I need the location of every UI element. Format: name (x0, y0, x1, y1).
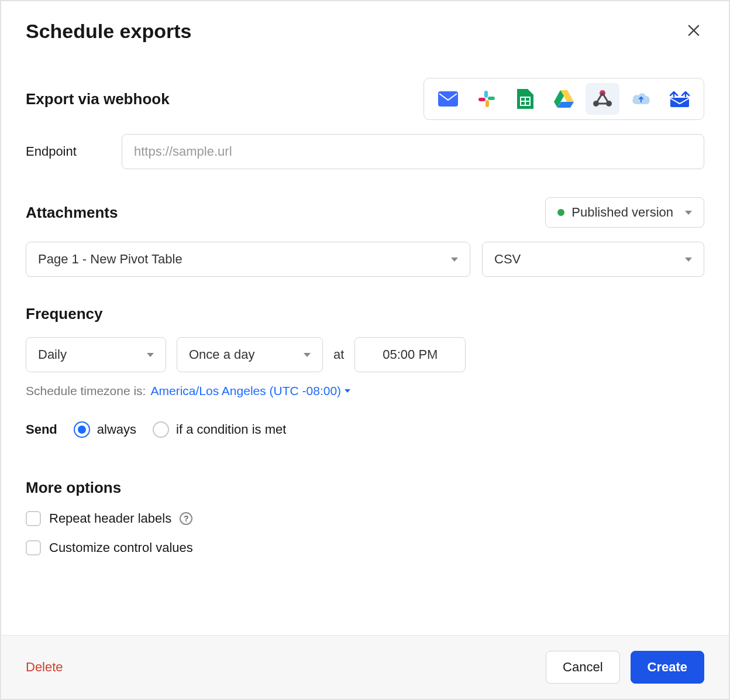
channel-cloud[interactable] (624, 83, 658, 115)
export-heading: Export via webhook (26, 90, 170, 108)
endpoint-label: Endpoint (26, 144, 108, 159)
svg-rect-11 (670, 98, 689, 107)
channel-share[interactable] (663, 83, 697, 115)
chevron-down-icon (685, 211, 692, 215)
slack-icon (477, 90, 496, 108)
frequency-interval-label: Daily (38, 347, 67, 362)
frequency-time-input[interactable] (354, 337, 466, 372)
attachment-page-label: Page 1 - New Pivot Table (38, 252, 182, 267)
send-condition-radio[interactable]: if a condition is met (153, 421, 286, 438)
send-label: Send (26, 422, 57, 437)
create-button[interactable]: Create (631, 651, 704, 684)
mail-share-icon (669, 91, 690, 107)
mail-icon (438, 91, 458, 107)
radio-icon (74, 421, 90, 438)
export-channel-picker (423, 78, 704, 120)
attachment-page-select[interactable]: Page 1 - New Pivot Table (26, 242, 470, 277)
repeat-headers-label: Repeat header labels (49, 511, 171, 526)
delete-button[interactable]: Delete (26, 660, 63, 675)
drive-icon (554, 90, 574, 108)
channel-email[interactable] (431, 83, 465, 115)
chevron-down-icon (451, 258, 458, 262)
cloud-upload-icon (631, 91, 652, 107)
chevron-down-icon (147, 353, 154, 357)
svg-rect-0 (438, 91, 458, 107)
send-condition-label: if a condition is met (176, 422, 286, 437)
frequency-at-label: at (333, 347, 344, 362)
frequency-interval-select[interactable]: Daily (26, 337, 166, 372)
status-dot-icon (557, 209, 564, 216)
channel-drive[interactable] (547, 83, 581, 115)
cancel-button[interactable]: Cancel (546, 651, 619, 684)
chevron-down-icon (304, 353, 311, 357)
version-label: Published version (571, 205, 673, 220)
customize-controls-checkbox[interactable] (26, 540, 41, 555)
frequency-repeat-label: Once a day (189, 347, 255, 362)
svg-rect-1 (484, 91, 488, 98)
frequency-repeat-select[interactable]: Once a day (177, 337, 323, 372)
timezone-label: Schedule timezone is: (26, 384, 146, 398)
webhook-icon (592, 89, 613, 109)
radio-icon (153, 421, 169, 438)
attachments-heading: Attachments (26, 204, 118, 222)
channel-webhook[interactable] (586, 83, 619, 115)
dialog-title: Schedule exports (26, 20, 191, 43)
repeat-headers-checkbox[interactable] (26, 511, 41, 526)
send-always-label: always (97, 422, 136, 437)
svg-rect-2 (488, 97, 495, 100)
version-select[interactable]: Published version (545, 197, 704, 228)
svg-rect-4 (478, 98, 485, 101)
frequency-heading: Frequency (26, 305, 704, 323)
attachment-format-label: CSV (494, 252, 521, 267)
channel-sheets[interactable] (508, 83, 542, 115)
more-options-heading: More options (26, 479, 704, 497)
chevron-down-icon (685, 258, 692, 262)
svg-rect-3 (485, 100, 489, 107)
dialog-footer: Delete Cancel Create (1, 635, 729, 699)
chevron-down-icon (345, 389, 350, 393)
timezone-value: America/Los Angeles (UTC -08:00) (150, 384, 341, 398)
endpoint-input[interactable] (122, 134, 704, 169)
channel-slack[interactable] (470, 83, 504, 115)
sheets-icon (517, 89, 533, 109)
attachment-format-select[interactable]: CSV (482, 242, 704, 277)
close-icon (686, 22, 702, 39)
send-always-radio[interactable]: always (74, 421, 136, 438)
timezone-select[interactable]: America/Los Angeles (UTC -08:00) (150, 384, 350, 398)
close-button[interactable] (683, 20, 704, 43)
help-icon[interactable]: ? (180, 512, 192, 525)
customize-controls-label: Customize control values (49, 540, 193, 555)
